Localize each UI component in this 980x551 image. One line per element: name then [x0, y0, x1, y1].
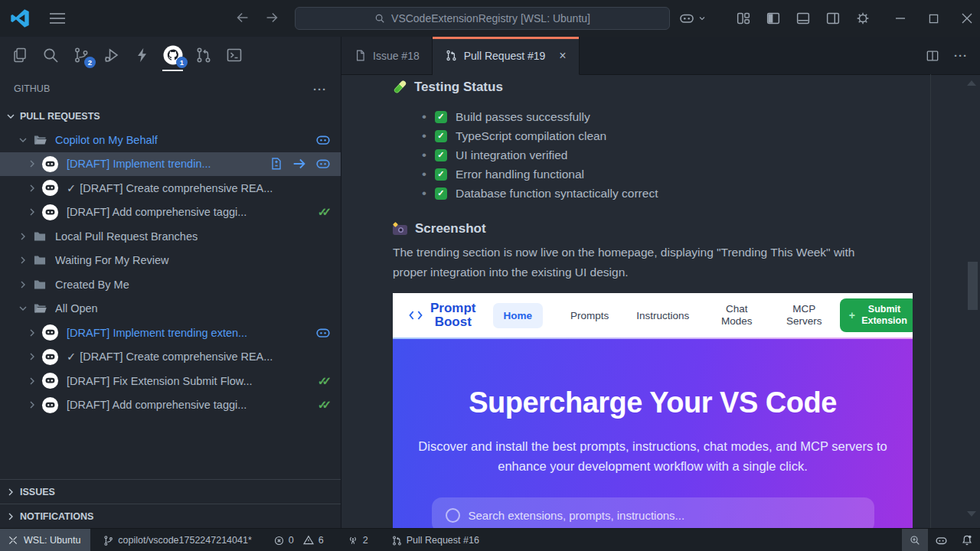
embed-nav-instructions: Instructions [636, 310, 689, 321]
copilot-status-button[interactable] [928, 529, 954, 551]
tree-item[interactable]: [DRAFT] Add comprehensive taggi...✓✓ [0, 201, 341, 225]
tree-item[interactable]: All Open [0, 297, 341, 321]
embed-hero-subtitle: Discover and install the best prompts, i… [413, 436, 892, 476]
remote-indicator[interactable]: WSL: Ubuntu [0, 529, 90, 551]
window-close-button[interactable] [962, 13, 972, 24]
activity-run-debug-button[interactable] [101, 41, 122, 69]
zoom-indicator[interactable] [902, 529, 928, 551]
activity-bar: 21 [0, 37, 341, 73]
file-icon [354, 49, 367, 62]
command-center-search[interactable]: VSCodeExtensionRegistry [WSL: Ubuntu] [295, 7, 670, 30]
tree-item[interactable]: [DRAFT] Add comprehensive taggi...✓✓ [0, 393, 341, 418]
sidebar-view-title: GITHUB [14, 83, 50, 94]
branch-indicator[interactable]: copilot/vscode1752247214041* [96, 535, 257, 546]
pr-status-indicator[interactable]: Pull Request #16 [385, 535, 485, 546]
activity-source-control-button[interactable]: 2 [70, 41, 91, 69]
activity-explorer-button[interactable] [9, 41, 30, 69]
chevron-right-icon [5, 486, 17, 498]
scrollbar-up-arrow[interactable] [967, 80, 976, 86]
tab-issue-18[interactable]: Issue #18 [341, 37, 433, 74]
embed-nav-chat-modes: ChatModes [717, 303, 756, 328]
tab-close-button[interactable]: × [559, 49, 566, 63]
checked-checkbox-icon: ✓ [435, 149, 447, 161]
ports-indicator[interactable]: 2 [341, 534, 374, 546]
copilot-avatar [41, 372, 59, 390]
check-prefix: ✓ [67, 182, 76, 194]
tree-item[interactable]: Copilot on My Behalf [0, 128, 341, 152]
activity-pull-requests-button[interactable] [193, 41, 214, 69]
menu-hamburger-icon[interactable] [49, 12, 66, 24]
customize-layout-button[interactable] [735, 10, 752, 27]
copilot-avatar [41, 348, 59, 366]
notifications-bell-button[interactable] [954, 529, 980, 551]
tree-item[interactable]: Waiting For My Review [0, 249, 341, 273]
toggle-secondary-sidebar-button[interactable] [825, 10, 841, 27]
test-tube-icon [393, 80, 407, 94]
pr-screenshot-image[interactable]: Prompt Boost HomePromptsInstructionsChat… [393, 293, 913, 528]
search-icon [446, 508, 460, 523]
toggle-primary-sidebar-button[interactable] [765, 10, 782, 27]
checklist-item-label: UI integration verified [456, 148, 567, 162]
vscode-logo-icon [10, 8, 30, 28]
tree-item[interactable]: ✓[DRAFT] Create comprehensive REA... [0, 345, 341, 370]
chevron-right-icon [24, 327, 40, 339]
activity-terminal-button[interactable] [224, 41, 244, 69]
tree-item-actions [269, 155, 332, 172]
nav-back-button[interactable] [234, 9, 251, 26]
pull-request-icon [445, 49, 458, 62]
copilot-avatar [41, 204, 59, 221]
activity-copilot-zap-button[interactable] [132, 41, 152, 69]
tree-item-label: All Open [55, 302, 98, 315]
folder-icon [32, 132, 47, 148]
section-notifications[interactable]: NOTIFICATIONS [0, 504, 341, 528]
tree-item[interactable]: [DRAFT] Fix Extension Submit Flow...✓✓ [0, 369, 341, 393]
tree-item-actions: ✓✓ [318, 205, 332, 219]
toggle-panel-button[interactable] [795, 10, 812, 27]
split-editor-button[interactable] [925, 48, 940, 64]
chevron-down-icon [15, 134, 31, 146]
window-maximize-button[interactable] [929, 14, 939, 24]
tree-item-label: [DRAFT] Fix Extension Submit Flow... [67, 375, 253, 387]
checklist-item: •✓Database function syntactically correc… [422, 184, 980, 203]
tree-item[interactable]: Local Pull Request Branches [0, 224, 341, 249]
nav-forward-button[interactable] [263, 9, 280, 26]
tree-item[interactable]: [DRAFT] Implement trendin... [0, 152, 341, 177]
scrollbar-down-arrow[interactable] [967, 511, 976, 517]
tab-pull-request-19[interactable]: Pull Request #19× [433, 37, 580, 75]
editor-more-actions-button[interactable]: ··· [954, 49, 968, 62]
checked-checkbox-icon: ✓ [435, 130, 447, 142]
diff-icon [269, 156, 284, 171]
screenshot-heading: Screenshot [393, 221, 980, 236]
window-minimize-button[interactable] [895, 13, 906, 24]
screenshot-description: The trending section is now live on the … [393, 243, 889, 282]
activity-search-button[interactable] [40, 41, 60, 69]
copilot-avatar [41, 324, 59, 341]
settings-gear-icon[interactable] [854, 10, 871, 27]
copilot-menu-button[interactable] [678, 9, 707, 28]
section-issues[interactable]: ISSUES [0, 479, 341, 504]
tree-item-actions [315, 324, 332, 341]
git-branch-icon [103, 535, 114, 546]
problems-indicator[interactable]: 0 6 [267, 534, 330, 546]
copilot-icon [315, 155, 332, 172]
tree-item-label: Copilot on My Behalf [55, 134, 158, 146]
activity-github-button[interactable]: 1 [162, 41, 183, 69]
scrollbar-thumb[interactable] [968, 262, 978, 310]
badge: 2 [84, 57, 96, 68]
tab-bar: Issue #18Pull Request #19× ··· [341, 37, 980, 75]
pull-request-icon [391, 535, 403, 546]
section-pull-requests[interactable]: PULL REQUESTS [0, 104, 341, 128]
embed-nav-mcp-servers: MCPServers [784, 303, 824, 328]
chevron-down-icon [15, 302, 31, 315]
embed-navbar: Prompt Boost HomePromptsInstructionsChat… [393, 293, 913, 337]
bullet-icon: • [422, 129, 426, 144]
sidebar-more-actions-button[interactable]: ··· [313, 83, 327, 96]
embed-logo: Prompt Boost [430, 302, 476, 329]
tree-item-label: ✓[DRAFT] Create comprehensive REA... [67, 350, 273, 363]
tree-item-actions: ✓✓ [318, 374, 332, 388]
tree-item[interactable]: ✓[DRAFT] Create comprehensive REA... [0, 176, 341, 201]
checklist-item-label: Database function syntactically correct [456, 187, 658, 201]
tree-item[interactable]: Created By Me [0, 272, 341, 297]
tree-item[interactable]: [DRAFT] Implement trending exten... [0, 321, 341, 345]
chevron-right-icon [5, 510, 17, 523]
